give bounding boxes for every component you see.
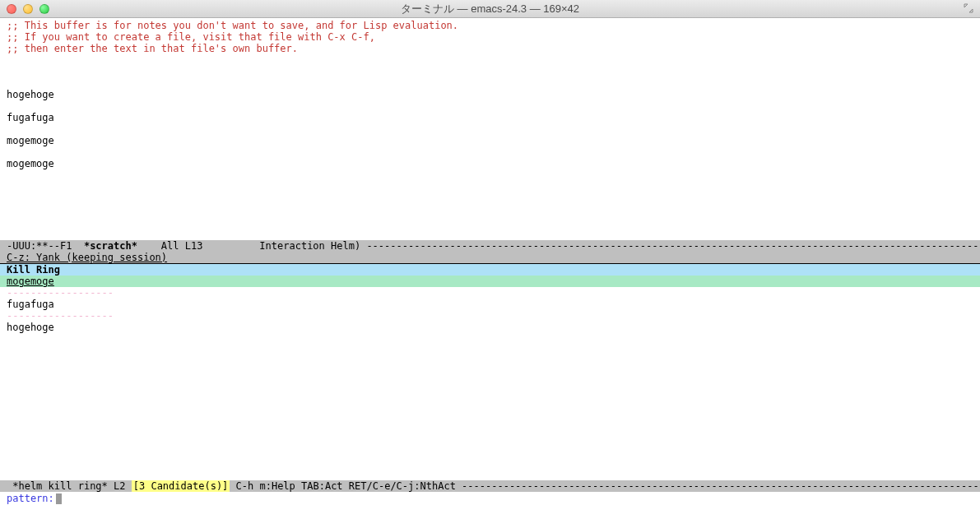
text-line: mogemoge (7, 135, 973, 146)
comment-line: ;; then enter the text in that file's ow… (7, 43, 973, 54)
helm-separator: ------------------ (0, 287, 980, 299)
helm-candidate-selected[interactable]: mogemoge (0, 276, 980, 287)
minibuffer-prompt: pattern: (7, 492, 54, 505)
text-line: mogemoge (7, 158, 973, 169)
helm-source-header: Kill Ring (0, 264, 980, 276)
comment-line: ;; This buffer is for notes you don't wa… (7, 20, 973, 31)
window-title: ターミナル — emacs-24.3 — 169×42 (401, 2, 579, 16)
modeline-scratch: -UUU:**--F1 *scratch* All L13 Interactio… (0, 240, 980, 252)
comment-line: ;; If you want to create a file, visit t… (7, 31, 973, 43)
traffic-lights (7, 4, 49, 14)
window-titlebar: ターミナル — emacs-24.3 — 169×42 (0, 0, 980, 18)
close-button[interactable] (7, 4, 16, 14)
helm-candidate[interactable]: fugafuga (0, 299, 980, 310)
cursor-icon (56, 493, 62, 504)
scratch-buffer[interactable]: ;; This buffer is for notes you don't wa… (0, 18, 980, 240)
helm-separator: ------------------ (0, 310, 980, 322)
helm-candidate[interactable]: hogehoge (0, 322, 980, 333)
expand-icon[interactable] (964, 3, 973, 15)
helm-empty-space (0, 333, 980, 480)
text-line: hogehoge (7, 89, 973, 100)
text-line: fugafuga (7, 112, 973, 123)
zoom-button[interactable] (39, 4, 49, 14)
helm-header: C-z: Yank (keeping session) (0, 252, 980, 264)
modeline-helm: *helm kill ring* L2 [3 Candidate(s)] C-h… (0, 480, 980, 492)
minimize-button[interactable] (23, 4, 33, 14)
minibuffer[interactable]: pattern: (0, 492, 980, 505)
